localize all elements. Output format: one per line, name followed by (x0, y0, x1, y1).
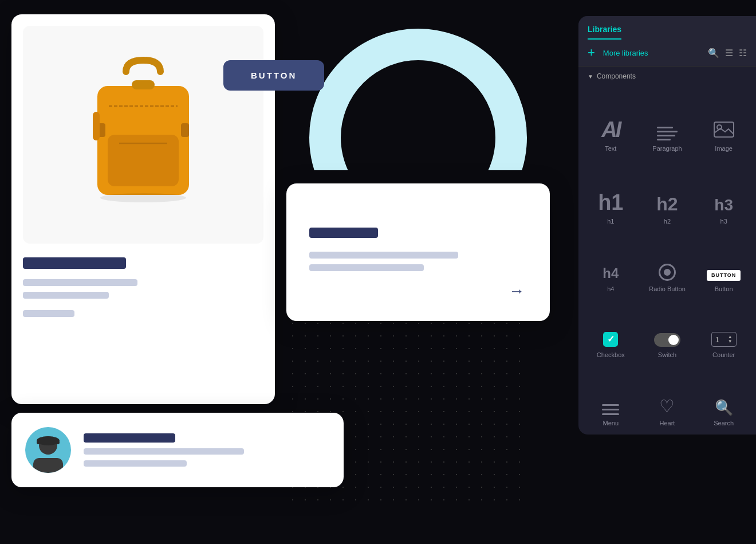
avatar-person-icon (31, 433, 65, 473)
component-search[interactable]: 🔍 Search (696, 365, 751, 432)
profile-line-2 (84, 460, 187, 467)
svg-rect-7 (93, 112, 100, 140)
search-icon: 🔍 (715, 400, 733, 415)
component-image[interactable]: Image (696, 86, 751, 158)
content-card-line-2 (309, 264, 424, 271)
svg-rect-12 (37, 441, 60, 444)
component-counter-label: Counter (712, 351, 735, 358)
switch-icon (654, 333, 680, 347)
counter-value: 1 (715, 336, 719, 343)
h3-icon: h3 (714, 197, 733, 213)
profile-info (84, 433, 330, 467)
component-paragraph[interactable]: Paragraph (640, 86, 695, 158)
component-h3-label: h3 (720, 218, 727, 225)
toolbar-list-icon[interactable]: ☰ (725, 48, 733, 58)
panel-header: Libraries (578, 16, 756, 40)
component-heart[interactable]: ♡ Heart (640, 365, 695, 432)
product-title-bar (23, 257, 126, 269)
counter-arrows-icon: ▲▼ (728, 335, 733, 344)
component-radio[interactable]: Radio Button (640, 232, 695, 299)
component-counter[interactable]: 1 ▲▼ Counter (696, 299, 751, 364)
component-checkbox[interactable]: ✓ Checkbox (583, 299, 639, 364)
toolbar-grid-icon[interactable]: ☷ (739, 48, 747, 58)
profile-name-bar (84, 433, 175, 443)
counter-icon: 1 ▲▼ (711, 332, 737, 347)
libraries-panel: Libraries + More libraries 🔍 ☰ ☷ ▼ Compo… (578, 16, 756, 435)
component-image-label: Image (715, 145, 733, 152)
component-radio-label: Radio Button (649, 285, 686, 292)
svg-point-8 (100, 193, 186, 202)
component-h1[interactable]: h1 h1 (583, 159, 639, 230)
component-h4-label: h4 (607, 285, 614, 292)
svg-rect-13 (714, 122, 734, 137)
component-h3[interactable]: h3 h3 (696, 159, 751, 230)
content-card-title (309, 228, 378, 238)
add-library-button[interactable]: + (588, 45, 595, 60)
svg-rect-1 (108, 135, 179, 186)
component-h2[interactable]: h2 h2 (640, 159, 695, 230)
product-description-line-1 (23, 279, 137, 286)
component-heart-label: Heart (660, 420, 675, 426)
profile-avatar (25, 427, 71, 473)
svg-rect-6 (181, 123, 189, 137)
h2-icon: h2 (656, 195, 678, 213)
menu-icon (602, 404, 619, 415)
profile-line-1 (84, 448, 244, 455)
h4-icon: h4 (603, 265, 619, 281)
product-price-line (23, 310, 74, 317)
button-floating-label: BUTTON (223, 60, 324, 91)
backpack-image (80, 54, 206, 215)
h1-icon: h1 (598, 191, 623, 213)
component-button[interactable]: BUTTON Button (696, 232, 751, 299)
arrow-right-icon: → (509, 282, 525, 300)
component-text[interactable]: AI Text (583, 86, 639, 158)
content-card-line-1 (309, 252, 458, 259)
radio-button-icon (659, 264, 676, 281)
button-icon: BUTTON (707, 270, 741, 281)
heart-icon: ♡ (659, 398, 675, 415)
panel-toolbar: + More libraries 🔍 ☰ ☷ (578, 40, 756, 66)
component-menu-label: Menu (603, 420, 619, 426)
component-menu[interactable]: Menu (583, 365, 639, 432)
content-card: → (286, 183, 550, 321)
svg-rect-3 (132, 80, 155, 89)
product-image-area (23, 26, 263, 244)
component-h4[interactable]: h4 h4 (583, 232, 639, 299)
paragraph-icon (657, 127, 678, 140)
components-section-header: ▼ Components (578, 66, 756, 84)
product-description-line-2 (23, 292, 109, 299)
checkbox-icon: ✓ (603, 332, 618, 347)
libraries-tab[interactable]: Libraries (588, 25, 621, 40)
toolbar-icons-group: 🔍 ☰ ☷ (708, 48, 747, 58)
component-search-label: Search (714, 420, 734, 426)
chevron-down-icon: ▼ (588, 73, 593, 80)
component-h2-label: h2 (664, 218, 671, 225)
component-paragraph-label: Paragraph (652, 145, 682, 152)
components-label: Components (597, 72, 636, 80)
component-h1-label: h1 (607, 218, 614, 225)
toolbar-search-icon[interactable]: 🔍 (708, 48, 719, 58)
button-label-text: BUTTON (251, 71, 297, 80)
svg-rect-10 (33, 458, 63, 473)
image-icon (714, 122, 734, 140)
components-grid: AI Text Paragraph (578, 84, 756, 435)
component-button-label: Button (715, 285, 733, 292)
ai-text-icon: AI (601, 119, 620, 140)
profile-card (11, 413, 344, 487)
more-libraries-link[interactable]: More libraries (603, 49, 702, 57)
component-switch[interactable]: Switch (640, 299, 695, 364)
component-checkbox-label: Checkbox (597, 351, 625, 358)
component-text-label: Text (605, 145, 616, 152)
component-switch-label: Switch (658, 351, 676, 358)
